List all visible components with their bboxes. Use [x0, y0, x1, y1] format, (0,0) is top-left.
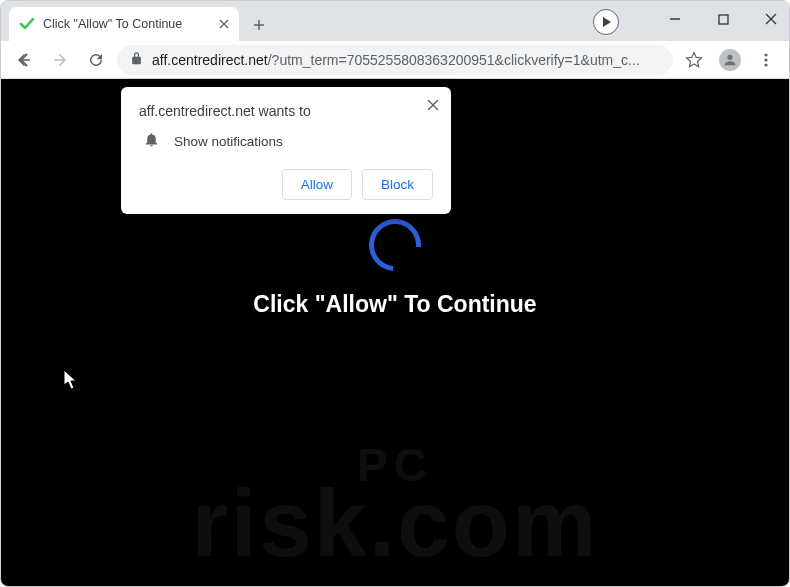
lock-icon	[129, 51, 144, 69]
page-message: Click "Allow" To Continue	[253, 291, 536, 318]
browser-toolbar: aff.centredirect.net/?utm_term=705525580…	[1, 41, 789, 79]
svg-point-11	[764, 63, 767, 66]
url-text: aff.centredirect.net/?utm_term=705525580…	[152, 52, 640, 68]
tab-title: Click "Allow" To Continue	[43, 17, 211, 31]
svg-rect-1	[719, 15, 728, 24]
notification-permission-prompt: aff.centredirect.net wants to Show notif…	[121, 87, 451, 214]
new-tab-button[interactable]	[245, 11, 273, 39]
close-tab-button[interactable]	[219, 16, 229, 32]
minimize-button[interactable]	[665, 9, 685, 29]
browser-tab[interactable]: Click "Allow" To Continue	[9, 7, 239, 41]
block-button[interactable]: Block	[362, 169, 433, 200]
account-button[interactable]	[715, 45, 745, 75]
window-controls	[665, 9, 781, 29]
reload-button[interactable]	[81, 45, 111, 75]
prompt-heading: aff.centredirect.net wants to	[139, 103, 433, 119]
checkmark-icon	[19, 16, 35, 32]
maximize-button[interactable]	[713, 9, 733, 29]
address-bar[interactable]: aff.centredirect.net/?utm_term=705525580…	[117, 45, 673, 75]
permission-label: Show notifications	[174, 134, 283, 149]
allow-button[interactable]: Allow	[282, 169, 352, 200]
loading-spinner-icon	[358, 208, 431, 281]
svg-point-9	[764, 53, 767, 56]
media-control-button[interactable]	[593, 9, 619, 35]
bookmark-star-button[interactable]	[679, 45, 709, 75]
close-window-button[interactable]	[761, 9, 781, 29]
close-prompt-button[interactable]	[427, 97, 439, 115]
bell-icon	[143, 131, 160, 151]
watermark-text: PC risk.com	[1, 445, 789, 566]
back-button[interactable]	[9, 45, 39, 75]
svg-point-10	[764, 58, 767, 61]
menu-button[interactable]	[751, 45, 781, 75]
browser-window: Click "Allow" To Continue aff.centredire…	[0, 0, 790, 587]
forward-button[interactable]	[45, 45, 75, 75]
